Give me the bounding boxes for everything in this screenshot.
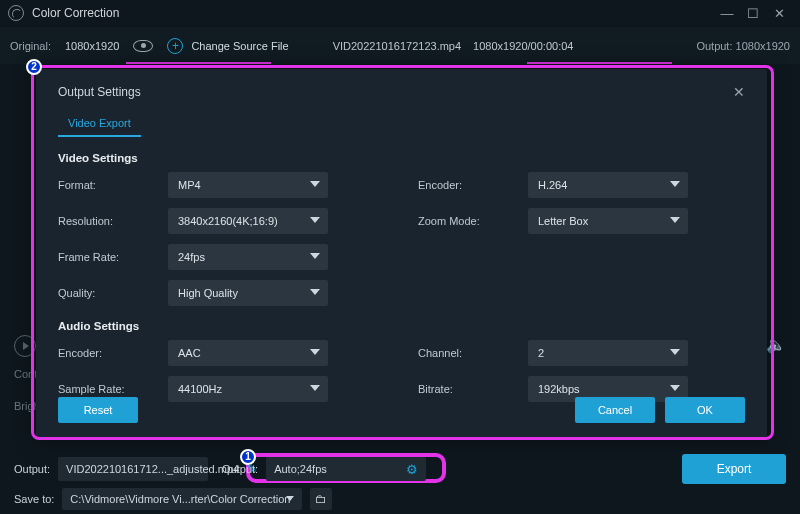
chevron-down-icon (286, 496, 294, 501)
reset-button[interactable]: Reset (58, 397, 138, 423)
chevron-down-icon (310, 253, 320, 259)
video-encoder-label: Encoder: (418, 179, 528, 191)
maximize-button[interactable]: ☐ (740, 0, 766, 26)
sample-rate-label: Sample Rate: (58, 383, 168, 395)
frame-rate-label: Frame Rate: (58, 251, 168, 263)
chevron-down-icon (310, 181, 320, 187)
save-bar: Save to: C:\Vidmore\Vidmore Vi...rter\Co… (0, 486, 800, 512)
chevron-down-icon (310, 217, 320, 223)
plus-circle-icon: + (167, 38, 183, 54)
audio-settings-title: Audio Settings (58, 320, 745, 332)
quality-select[interactable]: High Quality (168, 280, 328, 306)
export-button[interactable]: Export (682, 454, 786, 484)
change-source-button[interactable]: + Change Source File (167, 38, 288, 54)
output-filename-field[interactable]: VID202210161712..._adjusted.mp4 ✎ (58, 457, 208, 481)
source-file-meta: 1080x1920/00:00:04 (473, 40, 573, 52)
title-bar: Color Correction — ☐ ✕ (0, 0, 800, 26)
video-settings-title: Video Settings (58, 152, 745, 164)
app-icon (8, 5, 24, 21)
minimize-button[interactable]: — (714, 0, 740, 26)
output-file-label: Output: (14, 463, 50, 475)
save-path-value: C:\Vidmore\Vidmore Vi...rter\Color Corre… (70, 493, 290, 505)
chevron-down-icon (670, 385, 680, 391)
video-encoder-select[interactable]: H.264 (528, 172, 688, 198)
audio-encoder-label: Encoder: (58, 347, 168, 359)
output-filename: VID202210161712..._adjusted.mp4 (66, 463, 239, 475)
saveto-label: Save to: (14, 493, 54, 505)
zoom-mode-label: Zoom Mode: (418, 215, 528, 227)
tab-video-export[interactable]: Video Export (58, 111, 141, 137)
format-select[interactable]: MP4 (168, 172, 328, 198)
chevron-down-icon (310, 385, 320, 391)
zoom-mode-select[interactable]: Letter Box (528, 208, 688, 234)
open-folder-button[interactable]: 🗀 (310, 488, 332, 510)
app-title: Color Correction (32, 6, 119, 20)
dialog-tabs: Video Export (58, 111, 745, 138)
chevron-down-icon (310, 289, 320, 295)
audio-encoder-select[interactable]: AAC (168, 340, 328, 366)
annotation-badge-2: 2 (26, 59, 42, 75)
cancel-button[interactable]: Cancel (575, 397, 655, 423)
output-format-field[interactable]: Auto;24fps ⚙ (266, 457, 426, 481)
preview-toggle-icon[interactable] (133, 40, 153, 52)
chevron-down-icon (670, 217, 680, 223)
source-file-name: VID20221016172123.mp4 (333, 40, 461, 52)
dialog-title: Output Settings (58, 85, 141, 99)
output-bar: Output: VID202210161712..._adjusted.mp4 … (0, 454, 800, 484)
annotation-underline-left (126, 62, 271, 64)
dialog-close-button[interactable]: ✕ (733, 84, 745, 100)
frame-rate-select[interactable]: 24fps (168, 244, 328, 270)
quality-label: Quality: (58, 287, 168, 299)
source-file-info: VID20221016172123.mp4 1080x1920/00:00:04 (333, 40, 574, 52)
output-resolution: 1080x1920 (736, 40, 790, 52)
ok-button[interactable]: OK (665, 397, 745, 423)
output-settings-dialog: Output Settings ✕ Video Export Video Set… (36, 69, 767, 437)
resolution-label: Resolution: (58, 215, 168, 227)
format-label: Format: (58, 179, 168, 191)
channel-label: Channel: (418, 347, 528, 359)
close-window-button[interactable]: ✕ (766, 0, 792, 26)
resolution-select[interactable]: 3840x2160(4K;16:9) (168, 208, 328, 234)
original-label: Original: (10, 40, 51, 52)
chevron-down-icon (310, 349, 320, 355)
original-resolution: 1080x1920 (65, 40, 119, 52)
output-format-value: Auto;24fps (274, 463, 327, 475)
output-format-label: Output: (222, 463, 258, 475)
info-bar: Original: 1080x1920 + Change Source File… (0, 26, 800, 64)
gear-icon[interactable]: ⚙ (406, 462, 418, 477)
output-size-label: Output: (696, 40, 732, 52)
save-path-select[interactable]: C:\Vidmore\Vidmore Vi...rter\Color Corre… (62, 488, 302, 510)
chevron-down-icon (670, 349, 680, 355)
chevron-down-icon (670, 181, 680, 187)
channel-select[interactable]: 2 (528, 340, 688, 366)
change-source-label: Change Source File (191, 40, 288, 52)
annotation-underline-right (527, 62, 672, 64)
bitrate-label: Bitrate: (418, 383, 528, 395)
